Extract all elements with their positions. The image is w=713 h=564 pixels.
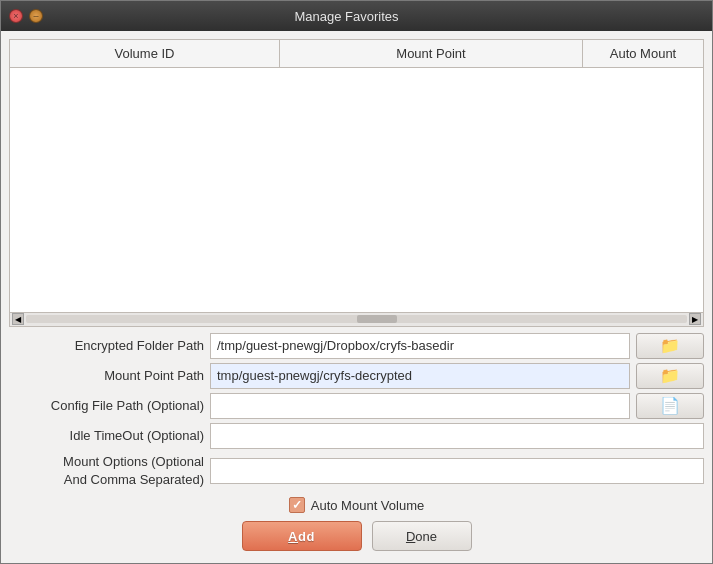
window-title: Manage Favorites (49, 9, 644, 24)
column-volume-id: Volume ID (10, 40, 280, 67)
table-header: Volume ID Mount Point Auto Mount (10, 40, 703, 68)
scroll-thumb[interactable] (357, 315, 397, 323)
titlebar: × – Manage Favorites (1, 1, 712, 31)
window-content: Volume ID Mount Point Auto Mount ◀ ▶ (1, 31, 712, 563)
scroll-left-icon: ◀ (15, 315, 21, 324)
auto-mount-checkbox-wrapper: ✓ Auto Mount Volume (289, 497, 424, 513)
browse-mount-point-icon: 📁 (660, 366, 680, 385)
column-mount-point: Mount Point (280, 40, 583, 67)
browse-encrypted-folder-button[interactable]: 📁 (636, 333, 704, 359)
manage-favorites-window: × – Manage Favorites Volume ID Mount Poi… (0, 0, 713, 564)
browse-mount-point-button[interactable]: 📁 (636, 363, 704, 389)
idle-timeout-input[interactable] (210, 423, 704, 449)
idle-timeout-label: Idle TimeOut (Optional) (9, 427, 204, 445)
idle-timeout-row: Idle TimeOut (Optional) (9, 423, 704, 449)
scroll-track[interactable] (26, 315, 687, 323)
config-file-input[interactable] (210, 393, 630, 419)
auto-mount-checkbox[interactable]: ✓ (289, 497, 305, 513)
mount-options-label: Mount Options (Optional And Comma Separa… (9, 453, 204, 489)
auto-mount-row: ✓ Auto Mount Volume (9, 497, 704, 513)
mount-options-row: Mount Options (Optional And Comma Separa… (9, 453, 704, 489)
add-button[interactable]: Add (242, 521, 362, 551)
mount-options-input[interactable] (210, 458, 704, 484)
browse-config-file-button[interactable]: 📄 (636, 393, 704, 419)
horizontal-scrollbar[interactable]: ◀ ▶ (10, 312, 703, 326)
mount-point-input[interactable] (210, 363, 630, 389)
buttons-row: Add Done (9, 521, 704, 551)
browse-encrypted-folder-icon: 📁 (660, 336, 680, 355)
scroll-right-icon: ▶ (692, 315, 698, 324)
done-button-label: Done (406, 529, 437, 544)
encrypted-folder-row: Encrypted Folder Path 📁 (9, 333, 704, 359)
column-auto-mount: Auto Mount (583, 40, 703, 67)
done-button[interactable]: Done (372, 521, 472, 551)
config-file-row: Config File Path (Optional) 📄 (9, 393, 704, 419)
minimize-icon: – (33, 11, 38, 21)
favorites-table: Volume ID Mount Point Auto Mount ◀ ▶ (9, 39, 704, 327)
table-body (10, 68, 703, 312)
add-button-label: Add (288, 529, 315, 544)
encrypted-folder-input[interactable] (210, 333, 630, 359)
close-icon: × (13, 11, 18, 21)
close-button[interactable]: × (9, 9, 23, 23)
minimize-button[interactable]: – (29, 9, 43, 23)
scroll-left-arrow[interactable]: ◀ (12, 313, 24, 325)
encrypted-folder-label: Encrypted Folder Path (9, 337, 204, 355)
check-icon: ✓ (292, 498, 302, 512)
form-area: Encrypted Folder Path 📁 Mount Point Path… (9, 333, 704, 555)
mount-point-row: Mount Point Path 📁 (9, 363, 704, 389)
scroll-right-arrow[interactable]: ▶ (689, 313, 701, 325)
browse-config-file-icon: 📄 (660, 396, 680, 415)
mount-point-label: Mount Point Path (9, 367, 204, 385)
config-file-label: Config File Path (Optional) (9, 397, 204, 415)
auto-mount-label[interactable]: Auto Mount Volume (311, 498, 424, 513)
